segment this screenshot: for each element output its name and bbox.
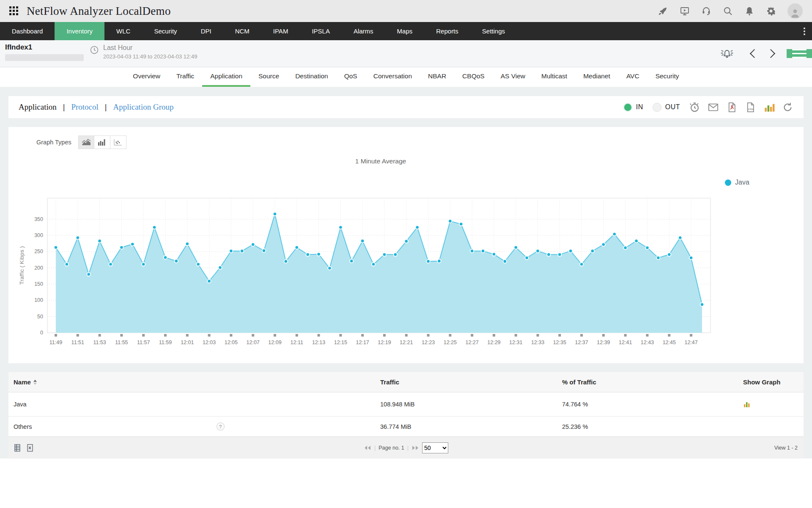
cell-name[interactable]: Java	[14, 401, 27, 408]
col-header-name[interactable]: Name	[14, 378, 31, 386]
tab-qos[interactable]: QoS	[336, 67, 365, 87]
tab-avc[interactable]: AVC	[618, 67, 647, 87]
export-csv-icon[interactable]: CSV	[745, 102, 756, 113]
support-headset-icon[interactable]	[701, 6, 711, 16]
svg-text:12:17: 12:17	[356, 340, 369, 345]
clock-icon	[90, 45, 99, 55]
tab-source[interactable]: Source	[250, 67, 287, 87]
demo-screen-icon[interactable]	[680, 6, 690, 16]
tab-conversation[interactable]: Conversation	[365, 67, 420, 87]
show-graph-icon[interactable]	[743, 400, 752, 408]
tab-traffic[interactable]: Traffic	[168, 67, 202, 87]
scatter-graph-button[interactable]	[110, 135, 126, 149]
area-graph-button[interactable]	[78, 135, 94, 149]
nav-item-dpi[interactable]: DPI	[189, 22, 223, 40]
settings-gear-icon[interactable]	[766, 6, 776, 16]
search-icon[interactable]	[723, 6, 733, 16]
rocket-icon[interactable]	[658, 6, 668, 16]
content-area: Application|Protocol|Application Group I…	[0, 87, 812, 458]
svg-text:11:53: 11:53	[93, 340, 106, 345]
chevron-right-icon[interactable]	[766, 49, 775, 58]
report-tabs: OverviewTrafficApplicationSourceDestinat…	[0, 67, 812, 87]
nav-overflow-menu[interactable]	[797, 22, 812, 40]
tab-as-view[interactable]: AS View	[493, 67, 533, 87]
chart-legend[interactable]: Java	[725, 179, 749, 186]
tab-cbqos[interactable]: CBQoS	[454, 67, 493, 87]
svg-text:12:15: 12:15	[334, 340, 347, 345]
schedule-timer-icon[interactable]	[689, 102, 700, 113]
tab-destination[interactable]: Destination	[287, 67, 336, 87]
svg-text:12:43: 12:43	[641, 340, 654, 345]
export-excel-icon[interactable]	[26, 444, 34, 452]
tab-multicast[interactable]: Multicast	[533, 67, 575, 87]
device-subtitle-redacted	[5, 54, 84, 61]
nav-item-reports[interactable]: Reports	[424, 22, 470, 40]
tab-nbar[interactable]: NBAR	[420, 67, 454, 87]
last-page-icon[interactable]	[411, 445, 419, 450]
sort-icon[interactable]	[33, 380, 37, 385]
table-view-icon[interactable]	[14, 444, 22, 452]
cell-percent: 25.236 %	[562, 423, 743, 430]
svg-text:100: 100	[34, 297, 43, 303]
svg-text:12:01: 12:01	[181, 340, 194, 345]
subtab-application-group[interactable]: Application Group	[113, 102, 173, 112]
svg-text:12:35: 12:35	[553, 340, 566, 345]
col-header-show-graph: Show Graph	[743, 378, 804, 386]
view-range-label: View 1 - 2	[774, 445, 798, 451]
page-size-select[interactable]: 50	[422, 442, 448, 453]
nav-item-ipsla[interactable]: IPSLA	[300, 22, 342, 40]
notifications-bell-icon[interactable]	[744, 6, 754, 16]
svg-text:12:21: 12:21	[400, 340, 413, 345]
svg-text:12:37: 12:37	[575, 340, 588, 345]
user-avatar[interactable]	[787, 3, 803, 19]
graph-panel: Graph Types 1 Minute Average 05010015020…	[8, 127, 804, 363]
col-header-percent[interactable]: % of Traffic	[562, 378, 743, 386]
tab-medianet[interactable]: Medianet	[575, 67, 618, 87]
svg-text:300: 300	[34, 232, 43, 238]
alarm-bell-icon[interactable]	[720, 47, 734, 60]
svg-text:350: 350	[34, 216, 43, 222]
out-radio-label[interactable]: OUT	[665, 103, 680, 111]
menu-hamburger-icon[interactable]	[787, 49, 812, 58]
bar-graph-button[interactable]	[94, 135, 110, 149]
svg-text:12:39: 12:39	[597, 340, 610, 345]
cell-name[interactable]: Others	[14, 423, 32, 430]
nav-item-alarms[interactable]: Alarms	[342, 22, 385, 40]
traffic-area-chart[interactable]: 05010015020025030035011:4911:5111:5311:5…	[8, 165, 804, 351]
tab-application[interactable]: Application	[202, 67, 250, 87]
nav-item-maps[interactable]: Maps	[385, 22, 425, 40]
nav-item-inventory[interactable]: Inventory	[55, 22, 104, 40]
svg-text:12:33: 12:33	[531, 340, 544, 345]
chevron-left-icon[interactable]	[750, 49, 759, 58]
subtab-protocol[interactable]: Protocol	[71, 102, 98, 112]
out-radio[interactable]	[653, 103, 661, 112]
nav-item-ncm[interactable]: NCM	[223, 22, 261, 40]
period-label[interactable]: Last Hour	[103, 44, 197, 52]
tab-security[interactable]: Security	[647, 67, 687, 87]
app-launcher-icon[interactable]	[9, 6, 19, 16]
subheader: IfIndex1 Last Hour 2023-04-03 11:49 to 2…	[0, 40, 812, 67]
subtab-application[interactable]: Application	[19, 102, 57, 112]
export-pdf-icon[interactable]	[726, 102, 738, 113]
svg-text:12:45: 12:45	[663, 340, 676, 345]
svg-text:12:13: 12:13	[312, 340, 325, 345]
filter-bar: Application|Protocol|Application Group I…	[8, 96, 804, 118]
refresh-icon[interactable]	[782, 102, 793, 113]
legend-label: Java	[735, 179, 749, 186]
nav-item-settings[interactable]: Settings	[470, 22, 517, 40]
in-radio[interactable]	[623, 103, 632, 112]
main-nav: DashboardInventoryWLCSecurityDPINCMIPAMI…	[0, 22, 812, 40]
nav-item-dashboard[interactable]: Dashboard	[0, 22, 55, 40]
tab-overview[interactable]: Overview	[125, 67, 168, 87]
col-header-traffic[interactable]: Traffic	[380, 378, 562, 386]
email-icon[interactable]	[708, 102, 719, 113]
bar-graph-icon[interactable]	[763, 102, 775, 113]
nav-item-security[interactable]: Security	[142, 22, 189, 40]
nav-item-ipam[interactable]: IPAM	[261, 22, 300, 40]
nav-item-wlc[interactable]: WLC	[104, 22, 142, 40]
help-icon[interactable]: ?	[217, 422, 225, 431]
app-title: NetFlow Analyzer LocalDemo	[27, 5, 171, 18]
subtab-separator: |	[63, 103, 65, 112]
in-radio-label[interactable]: IN	[636, 103, 643, 111]
first-page-icon[interactable]	[364, 445, 371, 450]
